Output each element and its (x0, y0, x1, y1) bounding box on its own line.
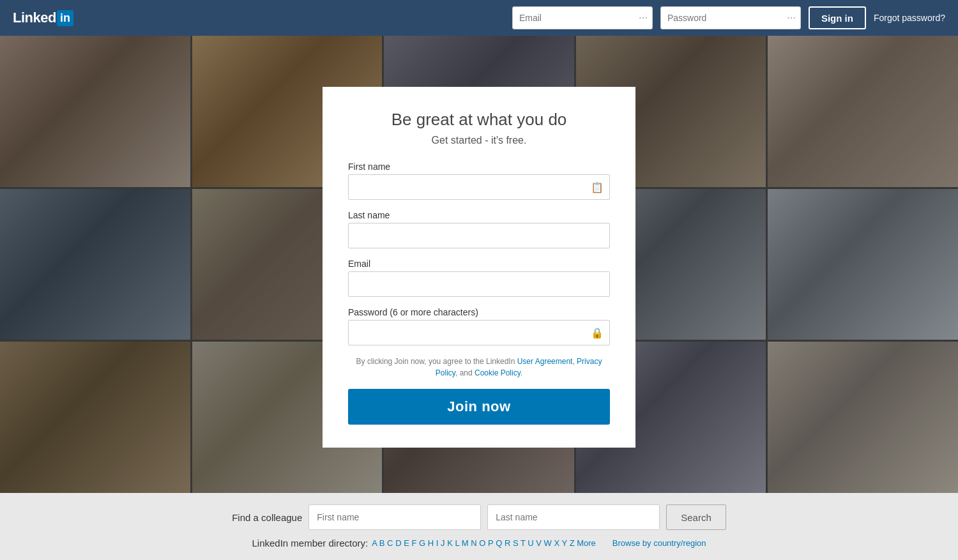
dir-link-v[interactable]: V (536, 538, 542, 548)
signup-card: Be great at what you do Get started - it… (323, 87, 635, 448)
user-agreement-link[interactable]: User Agreement (517, 357, 573, 366)
dir-link-k[interactable]: K (447, 538, 453, 548)
cookie-policy-link[interactable]: Cookie Policy (475, 368, 521, 377)
dir-link-q[interactable]: Q (496, 538, 502, 548)
search-button[interactable]: Search (666, 504, 726, 530)
dir-link-m[interactable]: M (462, 538, 469, 548)
email-label: Email (348, 259, 610, 269)
password-icon: ⋯ (787, 13, 796, 23)
dir-link-c[interactable]: C (387, 538, 393, 548)
logo: Linked in (13, 10, 73, 26)
contact-card-icon: 📋 (591, 181, 604, 193)
dir-link-more[interactable]: More (577, 538, 596, 548)
colleague-last-name-input[interactable] (487, 504, 660, 530)
dir-link-t[interactable]: T (521, 538, 526, 548)
dir-link-j[interactable]: J (441, 538, 445, 548)
lock-icon: 🔒 (591, 327, 604, 339)
main-content: Be great at what you do Get started - it… (0, 36, 958, 493)
footer: Find a colleague Search LinkedIn member … (0, 493, 958, 560)
dir-link-z[interactable]: Z (570, 538, 575, 548)
find-colleague-label: Find a colleague (232, 512, 302, 523)
email-input[interactable] (512, 6, 653, 29)
email-icon: ⋯ (639, 13, 648, 23)
signup-password-input[interactable] (348, 320, 610, 345)
last-name-label: Last name (348, 210, 610, 220)
dir-link-h[interactable]: H (428, 538, 434, 548)
dir-link-d[interactable]: D (395, 538, 401, 548)
password-label: Password (6 or more characters) (348, 307, 610, 317)
email-field-wrap (348, 271, 610, 297)
signup-email-input[interactable] (348, 271, 610, 297)
dir-link-u[interactable]: U (528, 538, 533, 548)
card-subtitle: Get started - it's free. (348, 135, 610, 146)
first-name-group: First name 📋 (348, 162, 610, 200)
dir-link-e[interactable]: E (404, 538, 409, 548)
first-name-input[interactable] (348, 174, 610, 200)
browse-by-country-link[interactable]: Browse by country/region (612, 538, 706, 548)
join-now-button[interactable]: Join now (348, 389, 610, 425)
last-name-input-wrap (348, 223, 610, 248)
directory-row: LinkedIn member directory: A B C D E F G… (252, 538, 706, 549)
first-name-input-wrap: 📋 (348, 174, 610, 200)
password-input-wrap: ⋯ (660, 6, 801, 29)
forgot-password-link[interactable]: Forgot password? (874, 13, 945, 23)
logo-in-badge: in (57, 10, 73, 26)
dir-link-a[interactable]: A (372, 538, 377, 548)
dir-link-p[interactable]: P (488, 538, 493, 548)
directory-label: LinkedIn member directory: (252, 538, 368, 549)
dir-link-r[interactable]: R (505, 538, 510, 548)
directory-links: A B C D E F G H I J K L M N O P Q R S T … (372, 538, 596, 548)
colleague-first-name-input[interactable] (308, 504, 481, 530)
find-colleague-row: Find a colleague Search (232, 504, 726, 530)
sign-in-button[interactable]: Sign in (809, 6, 866, 29)
dir-link-w[interactable]: W (544, 538, 552, 548)
last-name-input[interactable] (348, 223, 610, 248)
dir-link-s[interactable]: S (513, 538, 519, 548)
email-input-wrap: ⋯ (512, 6, 653, 29)
dir-link-x[interactable]: X (554, 538, 560, 548)
logo-text: Linked (13, 10, 56, 26)
email-group: Email (348, 259, 610, 297)
dir-link-o[interactable]: O (479, 538, 485, 548)
last-name-group: Last name (348, 210, 610, 248)
password-input[interactable] (660, 6, 801, 29)
terms-text: By clicking Join now, you agree to the L… (348, 356, 610, 379)
dir-link-n[interactable]: N (471, 538, 476, 548)
first-name-label: First name (348, 162, 610, 172)
password-group: Password (6 or more characters) 🔒 (348, 307, 610, 345)
header: Linked in ⋯ ⋯ Sign in Forgot password? (0, 0, 958, 36)
password-field-wrap: 🔒 (348, 320, 610, 345)
dir-link-g[interactable]: G (419, 538, 425, 548)
dir-link-y[interactable]: Y (562, 538, 567, 548)
card-title: Be great at what you do (348, 110, 610, 130)
